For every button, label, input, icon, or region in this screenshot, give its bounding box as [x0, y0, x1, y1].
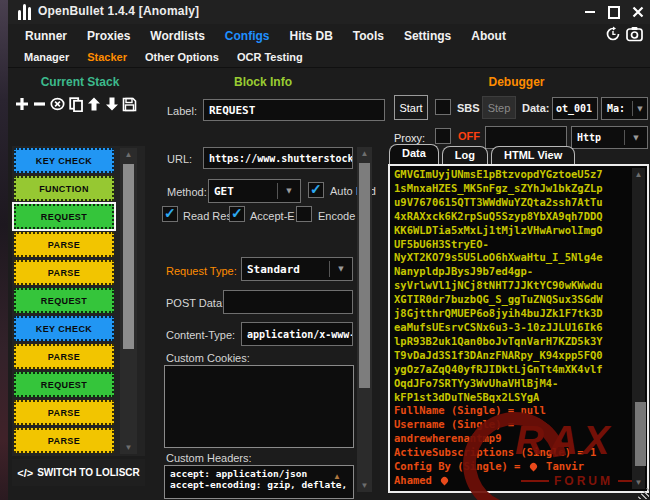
tab-data[interactable]: Data	[389, 144, 439, 164]
submenu-item-ocr-testing[interactable]: OCR Testing	[229, 49, 311, 65]
result-line: Username (Single) =	[394, 418, 631, 432]
stack-block-request[interactable]: REQUEST	[14, 288, 114, 313]
scroll-down-icon[interactable]: ▼	[632, 476, 645, 489]
stack-scrollbar[interactable]: ▲ ▼	[120, 148, 137, 454]
title-bar[interactable]: OpenBullet 1.4.4 [Anomaly]	[8, 0, 650, 24]
tab-log[interactable]: Log	[442, 146, 488, 164]
stack-block-key-check[interactable]: KEY CHECK	[14, 148, 114, 173]
proxy-status: OFF	[458, 130, 480, 142]
menu-item-about[interactable]: About	[462, 27, 515, 45]
chevron-down-icon: ▼	[625, 134, 647, 142]
request-type-dropdown[interactable]: Standard ▼	[241, 257, 353, 281]
step-button[interactable]: Step	[482, 96, 516, 119]
screenshot-camera-icon[interactable]	[626, 26, 643, 42]
save-icon[interactable]	[122, 95, 137, 113]
menu-item-configs[interactable]: Configs	[216, 27, 279, 45]
log-line: T9vDaJd3S1f3DAnzFNARpy_K94xpp5FQ0	[394, 349, 631, 363]
content-type-dropdown[interactable]: application/x-www- ▼	[241, 322, 353, 346]
maximize-button[interactable]	[608, 6, 620, 18]
label-field-label: Label:	[167, 105, 197, 117]
custom-cookies-textarea[interactable]	[164, 365, 354, 448]
debugger-log-area[interactable]: GMVGImUyjUNmsE1pBtzvopdYGztoeU5z71sMnxaH…	[388, 164, 649, 493]
submenu-items: ManagerStackerOther OptionsOCR Testing	[8, 47, 650, 68]
scroll-up-icon[interactable]: ▲	[632, 168, 645, 181]
log-line: NyXT2KO79s5U5LoO6hXwaHtu_I_5Nlg4e	[394, 251, 631, 265]
move-up-icon[interactable]	[86, 95, 101, 113]
stack-block-parse[interactable]: PARSE	[14, 232, 114, 257]
add-block-icon[interactable]	[14, 95, 29, 113]
menu-item-proxies[interactable]: Proxies	[78, 27, 139, 45]
scroll-up-icon[interactable]: ▲	[357, 147, 372, 160]
openbullet-logo-icon	[18, 4, 34, 20]
stack-list: KEY CHECKFUNCTIONREQUESTPARSEPARSEREQUES…	[12, 146, 145, 456]
log-line: ygOz7aZqQ40yfRJIDktLjGnTt4mXK4vlf	[394, 363, 631, 377]
method-label: Method:	[167, 186, 207, 198]
block-info-scrollbar[interactable]: ▲ ▼	[357, 147, 372, 492]
method-dropdown[interactable]: GET ▼	[208, 179, 301, 203]
current-stack-title: Current Stack	[10, 75, 150, 89]
app-window: OpenBullet 1.4.4 [Anomaly] RunnerProxies…	[8, 0, 650, 500]
scroll-down-icon[interactable]: ▼	[120, 441, 137, 454]
wordlist-type-dropdown[interactable]: Ma: ▼	[601, 97, 648, 120]
menu-item-settings[interactable]: Settings	[395, 27, 460, 45]
desktop-background-sliver	[0, 0, 8, 500]
result-line: Config By (Single) = Tanvir	[394, 460, 631, 474]
stack-block-parse[interactable]: PARSE	[14, 400, 114, 425]
log-scrollbar-thumb[interactable]	[635, 402, 646, 466]
move-down-icon[interactable]	[104, 95, 119, 113]
chevron-down-icon: ▼	[330, 265, 352, 273]
stack-block-request[interactable]: REQUEST	[14, 372, 114, 397]
custom-headers-textarea[interactable]: accept: application/json accept-encoding…	[164, 465, 354, 499]
submenu-item-stacker[interactable]: Stacker	[79, 49, 135, 65]
read-response-label: Read Res	[183, 210, 232, 222]
chevron-down-icon: ▼	[633, 105, 647, 113]
post-data-input[interactable]	[223, 290, 353, 314]
menu-bar-items: RunnerProxiesWordlistsConfigsHits DBTool…	[8, 24, 650, 47]
submenu-item-manager[interactable]: Manager	[16, 49, 77, 65]
stack-block-parse[interactable]: PARSE	[14, 344, 114, 369]
proxy-checkbox[interactable]	[435, 128, 451, 144]
stack-block-parse[interactable]: PARSE	[14, 428, 114, 453]
history-icon[interactable]	[605, 26, 621, 42]
encode-content-checkbox[interactable]	[296, 206, 312, 222]
proxy-type-dropdown[interactable]: Http ▼	[571, 126, 648, 149]
block-info-scrollbar-thumb[interactable]	[359, 163, 370, 388]
sbs-checkbox[interactable]	[435, 99, 451, 115]
log-line: eaMufsUEsrvCSNx6u3-3-10zJJLU16Ik6	[394, 321, 631, 335]
data-input[interactable]: ot_001	[552, 97, 598, 120]
custom-headers-label: Custom Headers:	[166, 452, 252, 464]
scroll-up-icon[interactable]: ▲	[120, 148, 137, 161]
switch-to-loliscript-button[interactable]: </> SWITCH TO LOLISCR	[12, 459, 145, 486]
start-button[interactable]: Start	[394, 95, 428, 120]
log-line: NanypldpJBysJ9b7ed4gp-	[394, 265, 631, 279]
url-field-input[interactable]: https://www.shutterstock.com/sst	[203, 147, 353, 169]
menu-item-hits-db[interactable]: Hits DB	[280, 27, 341, 45]
close-button[interactable]	[632, 6, 644, 18]
scroll-down-icon[interactable]: ▼	[357, 479, 372, 492]
stack-scrollbar-thumb[interactable]	[123, 164, 134, 349]
stack-block-function[interactable]: FUNCTION	[14, 176, 114, 201]
clone-block-icon[interactable]	[68, 95, 83, 113]
headers-scroll-up-icon[interactable]: ▲	[333, 472, 341, 481]
clear-stack-icon[interactable]	[50, 95, 65, 113]
label-field-input[interactable]: REQUEST	[203, 99, 385, 121]
accept-encoding-checkbox[interactable]	[229, 206, 245, 222]
read-response-checkbox[interactable]	[162, 206, 178, 222]
stack-block-request[interactable]: REQUEST	[14, 204, 114, 229]
tab-html-view[interactable]: HTML View	[491, 146, 575, 164]
minimize-button[interactable]	[584, 6, 596, 18]
log-line: syVrlwVl1jNCj8tNHT7JJKtYC90wKWwdu	[394, 279, 631, 293]
result-line: ActiveSubscriptions (Single) = 1	[394, 446, 631, 460]
log-line: XGTIR0dr7buzbQG_S_ggTuZNQSux3SGdW	[394, 293, 631, 307]
log-scrollbar[interactable]: ▲ ▼	[632, 168, 645, 489]
stack-block-key-check[interactable]: KEY CHECK	[14, 316, 114, 341]
menu-item-wordlists[interactable]: Wordlists	[141, 27, 213, 45]
debugger-title: Debugger	[385, 75, 648, 89]
auto-redirect-checkbox[interactable]	[308, 182, 324, 198]
remove-block-icon[interactable]	[32, 95, 47, 113]
submenu-item-other-options[interactable]: Other Options	[137, 49, 227, 65]
menu-item-tools[interactable]: Tools	[344, 27, 393, 45]
stack-block-parse[interactable]: PARSE	[14, 260, 114, 285]
menu-item-runner[interactable]: Runner	[16, 27, 76, 45]
result-line: FullName (Single) = null	[394, 404, 631, 418]
